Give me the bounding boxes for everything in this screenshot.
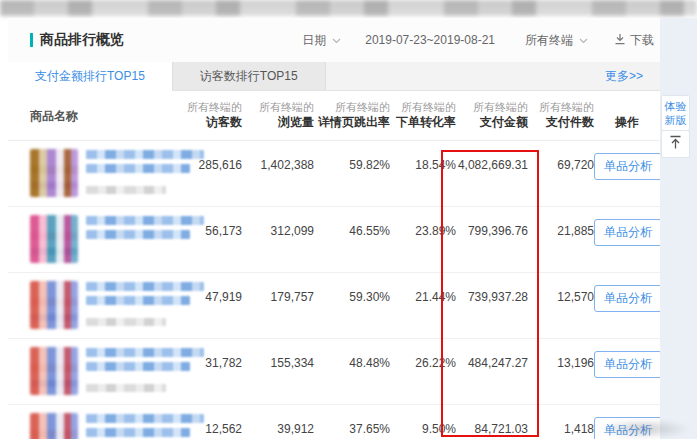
product-title-blurred xyxy=(86,164,190,173)
panel-header: 商品排行概览 日期 2019-07-23~2019-08-21 所有终端 xyxy=(8,18,660,62)
action-cell: 单品分析 xyxy=(594,339,660,378)
column-header-prefix: 所有终端的 xyxy=(390,100,456,114)
conversion-rate-value: 9.50% xyxy=(390,421,456,437)
bounce-rate-value: 59.82% xyxy=(314,157,390,173)
conversion-rate-value: 21.44% xyxy=(390,289,456,305)
payment-amount-value: 799,396.76 xyxy=(456,223,528,239)
product-cell xyxy=(8,273,180,329)
product-info xyxy=(86,207,204,263)
conversion-rate-value: 23.89% xyxy=(390,223,456,239)
column-header-label: 详情页跳出率 xyxy=(314,114,390,130)
product-title-blurred xyxy=(86,414,204,423)
product-title-blurred xyxy=(86,216,204,225)
column-header-label: 操作 xyxy=(594,114,660,130)
action-cell: 单品分析 xyxy=(594,207,660,246)
right-side-strip xyxy=(660,18,697,439)
views-value: 179,757 xyxy=(242,289,314,305)
bottom-right-smudge xyxy=(598,419,690,439)
product-thumbnail xyxy=(30,215,78,263)
download-button[interactable]: 下载 xyxy=(614,32,654,49)
new-version-button[interactable]: 体验新版 xyxy=(661,95,690,131)
column-header-bounce-rate: 所有终端的 详情页跳出率 xyxy=(314,91,390,140)
payment-amount-value: 4,082,669.31 xyxy=(456,157,528,173)
product-thumbnail xyxy=(30,347,78,395)
product-meta-blurred xyxy=(86,384,166,392)
column-header-views: 所有终端的 浏览量 xyxy=(242,91,314,140)
table-row: 47,919 179,757 59.30% 21.44% 739,937.28 … xyxy=(8,273,660,339)
column-header-conversion-rate: 所有终端的 下单转化率 xyxy=(390,91,456,140)
payment-amount-value: 484,247.27 xyxy=(456,355,528,371)
more-link[interactable]: 更多>> xyxy=(605,68,660,85)
column-header-prefix: 所有终端的 xyxy=(528,100,594,114)
date-label: 日期 xyxy=(302,32,326,49)
tab-visitor-ranking[interactable]: 访客数排行TOP15 xyxy=(172,62,326,90)
product-title-blurred xyxy=(86,282,204,291)
column-header-product-name: 商品名称 xyxy=(8,91,180,140)
terminal-filter-value: 所有终端 xyxy=(525,32,573,49)
product-ranking-panel: 商品排行概览 日期 2019-07-23~2019-08-21 所有终端 xyxy=(8,18,660,439)
product-meta-blurred xyxy=(86,318,166,326)
blurred-page-header xyxy=(0,0,697,16)
action-cell: 单品分析 xyxy=(594,273,660,312)
payment-items-value: 13,196 xyxy=(528,355,594,371)
payment-amount-value: 739,937.28 xyxy=(456,289,528,305)
back-to-top-icon xyxy=(669,135,682,154)
item-analysis-button[interactable]: 单品分析 xyxy=(594,351,662,378)
product-info xyxy=(86,339,204,395)
date-range-picker[interactable]: 2019-07-23~2019-08-21 xyxy=(365,33,495,47)
column-header-payment-amount: 所有终端的 支付金额 xyxy=(456,91,528,140)
product-title-blurred xyxy=(86,230,190,239)
product-cell xyxy=(8,339,180,395)
date-dropdown[interactable]: 日期 xyxy=(302,32,341,49)
date-range-value: 2019-07-23~2019-08-21 xyxy=(365,33,495,47)
column-header-label: 支付金额 xyxy=(456,114,528,130)
item-analysis-button[interactable]: 单品分析 xyxy=(594,285,662,312)
column-header-label: 下单转化率 xyxy=(390,114,456,130)
dashboard-screen: 商品排行概览 日期 2019-07-23~2019-08-21 所有终端 xyxy=(0,0,697,439)
item-analysis-button[interactable]: 单品分析 xyxy=(594,219,662,246)
product-thumbnail xyxy=(30,149,78,197)
table-header: 商品名称 所有终端的 访客数 所有终端的 浏览量 所有终端的 详情页跳出率 所有… xyxy=(8,91,660,141)
conversion-rate-value: 26.22% xyxy=(390,355,456,371)
bounce-rate-value: 48.48% xyxy=(314,355,390,371)
column-header-prefix: 所有终端的 xyxy=(456,100,528,114)
tab-payment-amount-ranking[interactable]: 支付金额排行TOP15 xyxy=(8,62,172,91)
payment-items-value: 21,885 xyxy=(528,223,594,239)
table-row: 56,173 312,099 46.55% 23.89% 799,396.76 … xyxy=(8,207,660,273)
conversion-rate-value: 18.54% xyxy=(390,157,456,173)
column-header-prefix: 所有终端的 xyxy=(242,100,314,114)
bounce-rate-value: 59.30% xyxy=(314,289,390,305)
table-row: 12,562 39,912 37.65% 9.50% 84,721.03 1,4… xyxy=(8,405,660,439)
product-cell xyxy=(8,141,180,197)
product-cell xyxy=(8,405,180,439)
column-header-label: 支付件数 xyxy=(528,114,594,130)
views-value: 312,099 xyxy=(242,223,314,239)
product-thumbnail xyxy=(30,281,78,329)
views-value: 39,912 xyxy=(242,421,314,437)
column-header-visitors: 所有终端的 访客数 xyxy=(180,91,242,140)
table-row: 285,616 1,402,388 59.82% 18.54% 4,082,66… xyxy=(8,141,660,207)
accent-bar xyxy=(30,33,33,47)
tab-bar: 支付金额排行TOP15 访客数排行TOP15 更多>> xyxy=(8,62,660,91)
chevron-down-icon xyxy=(579,33,588,47)
item-analysis-button[interactable]: 单品分析 xyxy=(594,153,662,180)
column-header-prefix: 所有终端的 xyxy=(314,100,390,114)
product-meta-blurred xyxy=(86,186,166,194)
chevron-down-icon xyxy=(332,33,341,47)
bounce-rate-value: 46.55% xyxy=(314,223,390,239)
panel-title-group: 商品排行概览 xyxy=(30,31,124,49)
back-to-top-button[interactable] xyxy=(661,130,690,158)
product-thumbnail xyxy=(30,413,78,439)
product-cell xyxy=(8,207,180,263)
views-value: 1,402,388 xyxy=(242,157,314,173)
terminal-filter-dropdown[interactable]: 所有终端 xyxy=(525,32,588,49)
column-header-prefix: 所有终端的 xyxy=(180,100,242,114)
payment-items-value: 69,720 xyxy=(528,157,594,173)
product-title-blurred xyxy=(86,296,190,305)
toolbar: 日期 2019-07-23~2019-08-21 所有终端 xyxy=(302,32,654,49)
product-info xyxy=(86,405,204,439)
download-label: 下载 xyxy=(630,32,654,49)
column-header-label: 浏览量 xyxy=(242,114,314,130)
action-cell: 单品分析 xyxy=(594,141,660,180)
views-value: 155,334 xyxy=(242,355,314,371)
